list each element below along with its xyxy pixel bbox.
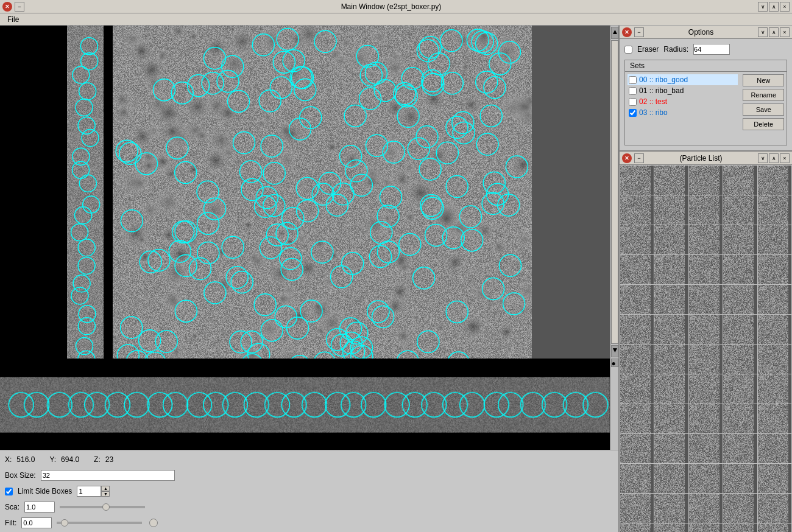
main-window-collapse-btn[interactable]: ∨ <box>758 2 768 12</box>
particle-cell-42[interactable]: 42 <box>689 285 723 314</box>
particle-cell-30[interactable]: 30 <box>620 345 654 374</box>
options-minimize-icon[interactable]: − <box>634 27 644 37</box>
options-collapse-btn[interactable]: ∨ <box>758 27 768 37</box>
main-window-close-btn[interactable]: × <box>780 2 790 12</box>
v-scroll-up-btn[interactable]: ▲ <box>611 27 618 39</box>
particle-cell-22[interactable]: 22 <box>689 404 723 433</box>
particle-cell-16[interactable]: 16 <box>654 434 688 463</box>
limit-side-boxes-input[interactable] <box>77 486 101 497</box>
particle-cell-10[interactable]: 10 <box>620 464 654 493</box>
particle-cell-4[interactable]: 4 <box>758 523 791 532</box>
particle-cell-45[interactable]: 45 <box>620 255 654 284</box>
filter-slider-thumb[interactable] <box>61 519 68 527</box>
box-size-input[interactable] <box>41 470 175 481</box>
particle-cell-37[interactable]: 37 <box>689 315 723 344</box>
set-item-01[interactable]: 01 :: ribo_bad <box>628 85 738 96</box>
particle-cell-47[interactable]: 47 <box>689 255 723 284</box>
v-scroll-thumb[interactable] <box>611 40 618 344</box>
particle-cell-31[interactable]: 31 <box>654 345 688 374</box>
particle-cell-59[interactable]: 59 <box>758 195 791 225</box>
particle-cell-7[interactable]: 7 <box>689 494 723 523</box>
filter-input[interactable] <box>21 517 52 528</box>
particle-cell-56[interactable]: 56 <box>654 195 688 225</box>
particle-cell-17[interactable]: 17 <box>689 434 723 463</box>
eraser-checkbox[interactable] <box>624 46 632 54</box>
particle-cell-63[interactable]: 63 <box>723 166 757 195</box>
particle-cell-24[interactable]: 24 <box>758 404 791 433</box>
particle-cell-8[interactable]: 8 <box>723 494 757 523</box>
set-checkbox-00[interactable] <box>629 76 637 84</box>
particle-cell-0[interactable]: 0 <box>620 523 654 532</box>
particle-cell-62[interactable]: 62 <box>689 166 723 195</box>
pl-close-btn[interactable]: × <box>780 153 790 163</box>
particle-cell-6[interactable]: 6 <box>654 494 688 523</box>
pl-expand-btn[interactable]: ∧ <box>769 153 779 163</box>
particle-cell-9[interactable]: 9 <box>758 494 791 523</box>
particle-cell-1[interactable]: 1 <box>654 523 688 532</box>
set-item-00[interactable]: 00 :: ribo_good <box>628 74 738 85</box>
particle-cell-33[interactable]: 33 <box>723 345 757 374</box>
main-window-minimize-icon[interactable]: − <box>15 2 24 12</box>
image-area[interactable]: ▲ ▼ <box>0 26 618 359</box>
particle-cell-19[interactable]: 19 <box>758 434 791 463</box>
particle-cell-27[interactable]: 27 <box>689 374 723 404</box>
file-menu[interactable]: File <box>4 15 23 24</box>
particle-cell-20[interactable]: 20 <box>620 404 654 433</box>
particle-cell-57[interactable]: 57 <box>689 195 723 225</box>
scale-input[interactable] <box>24 502 55 513</box>
options-close-btn[interactable]: × <box>780 27 790 37</box>
main-image[interactable] <box>113 26 610 359</box>
save-button[interactable]: Save <box>743 103 784 116</box>
options-expand-btn[interactable]: ∧ <box>769 27 779 37</box>
rename-button[interactable]: Rename <box>743 89 784 101</box>
options-close-icon[interactable]: ✕ <box>622 27 632 37</box>
particle-cell-18[interactable]: 18 <box>723 434 757 463</box>
particle-cell-3[interactable]: 3 <box>723 523 757 532</box>
particle-cell-38[interactable]: 38 <box>723 315 757 344</box>
limit-side-boxes-checkbox[interactable] <box>5 488 13 495</box>
filter-slider-track[interactable] <box>57 522 142 524</box>
particle-cell-35[interactable]: 35 <box>620 315 654 344</box>
radius-input[interactable] <box>693 44 730 55</box>
particle-cell-54[interactable]: 54 <box>758 225 791 254</box>
main-window-expand-btn[interactable]: ∧ <box>769 2 779 12</box>
set-checkbox-01[interactable] <box>629 87 637 95</box>
set-item-02[interactable]: 02 :: test <box>628 96 738 107</box>
particle-cell-50[interactable]: 50 <box>620 225 654 254</box>
particle-cell-48[interactable]: 48 <box>723 255 757 284</box>
particle-cell-51[interactable]: 51 <box>654 225 688 254</box>
particle-cell-29[interactable]: 29 <box>758 374 791 404</box>
bottom-scroll-btn[interactable]: ● <box>611 359 618 367</box>
delete-button[interactable]: Delete <box>743 118 784 130</box>
filter-icon[interactable] <box>149 519 158 527</box>
particle-cell-60[interactable]: 60 <box>620 166 654 195</box>
particle-cell-52[interactable]: 52 <box>689 225 723 254</box>
new-button[interactable]: New <box>743 74 784 86</box>
pl-close-icon[interactable]: ✕ <box>622 153 632 163</box>
particle-cell-15[interactable]: 15 <box>620 434 654 463</box>
pl-collapse-btn[interactable]: ∨ <box>758 153 768 163</box>
particle-cell-28[interactable]: 28 <box>723 374 757 404</box>
particle-cell-40[interactable]: 40 <box>620 285 654 314</box>
pl-minimize-icon[interactable]: − <box>634 153 644 163</box>
particle-cell-5[interactable]: 5 <box>620 494 654 523</box>
particle-cell-11[interactable]: 11 <box>654 464 688 493</box>
sets-tab[interactable]: Sets <box>625 60 787 72</box>
particle-cell-2[interactable]: 2 <box>689 523 723 532</box>
particle-cell-53[interactable]: 53 <box>723 225 757 254</box>
particle-cell-25[interactable]: 25 <box>620 374 654 404</box>
set-checkbox-02[interactable] <box>629 98 637 106</box>
spinner-down-btn[interactable]: ▼ <box>101 491 110 497</box>
particle-cell-23[interactable]: 23 <box>723 404 757 433</box>
particle-cell-39[interactable]: 39 <box>758 315 791 344</box>
particle-cell-55[interactable]: 55 <box>620 195 654 225</box>
bottom-v-scroll[interactable]: ● <box>610 359 618 450</box>
particle-cell-44[interactable]: 44 <box>758 285 791 314</box>
scale-slider-track[interactable] <box>60 506 145 508</box>
particle-cell-36[interactable]: 36 <box>654 315 688 344</box>
particle-cell-34[interactable]: 34 <box>758 345 791 374</box>
spinner-up-btn[interactable]: ▲ <box>101 486 110 491</box>
particle-cell-61[interactable]: 61 <box>654 166 688 195</box>
particle-cell-64[interactable]: 64 <box>758 166 791 195</box>
set-checkbox-03[interactable] <box>629 109 637 117</box>
